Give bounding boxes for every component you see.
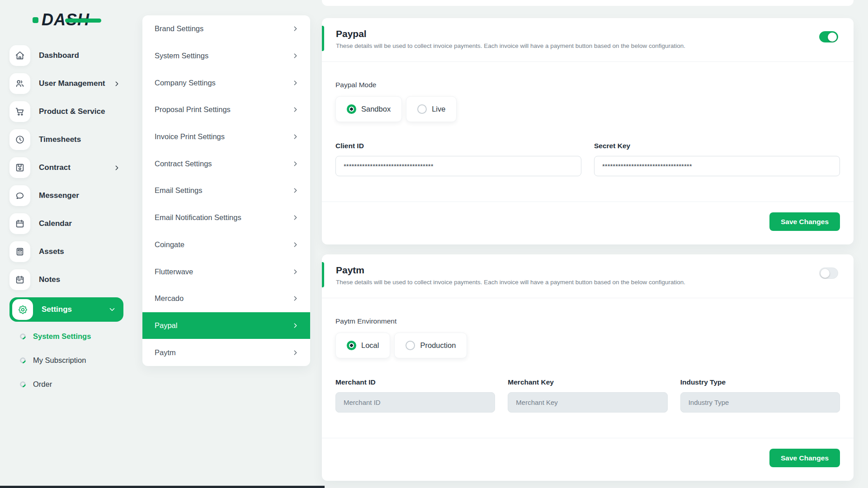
sidebar-item-dashboard[interactable]: Dashboard bbox=[9, 45, 121, 66]
settings-menu-item-company-settings[interactable]: Company Settings bbox=[142, 69, 310, 96]
sidebar-item-label: Settings bbox=[42, 305, 72, 314]
sidebar-subitem-system-settings[interactable]: System Settings bbox=[0, 324, 136, 348]
bullet-icon bbox=[19, 332, 27, 340]
paytm-card: Paytm These details will be used to coll… bbox=[322, 254, 854, 481]
settings-menu-item-brand-settings[interactable]: Brand Settings bbox=[142, 15, 310, 42]
settings-menu-item-mercado[interactable]: Mercado bbox=[142, 285, 310, 312]
paypal-mode-option-live[interactable]: Live bbox=[406, 96, 457, 122]
sidebar-item-user-management[interactable]: User Management bbox=[9, 73, 121, 94]
paypal-card-header: Paypal These details will be used to col… bbox=[322, 18, 854, 62]
sidebar-item-timesheets[interactable]: Timesheets bbox=[9, 129, 121, 150]
settings-menu-item-email-notification-settings[interactable]: Email Notification Settings bbox=[142, 204, 310, 231]
settings-menu-item-label: Proposal Print Settings bbox=[155, 105, 231, 114]
paytm-card-description: These details will be used to collect in… bbox=[336, 279, 839, 286]
paypal-card-title: Paypal bbox=[336, 28, 839, 39]
industry-type-label: Industry Type bbox=[680, 378, 840, 386]
radio-icon bbox=[417, 104, 427, 114]
calendar-icon bbox=[9, 213, 30, 234]
sidebar-item-notes[interactable]: Notes bbox=[9, 269, 121, 290]
settings-menu-item-coingate[interactable]: Coingate bbox=[142, 231, 310, 258]
sidebar-item-settings[interactable]: Settings bbox=[9, 297, 123, 322]
radio-icon bbox=[347, 341, 356, 350]
paypal-card-footer: Save Changes bbox=[322, 202, 854, 244]
settings-menu-item-proposal-print-settings[interactable]: Proposal Print Settings bbox=[142, 96, 310, 123]
sidebar-item-label: User Management bbox=[39, 79, 105, 88]
sidebar-nav: DashboardUser ManagementProduct & Servic… bbox=[9, 45, 123, 327]
sidebar-item-assets[interactable]: Assets bbox=[9, 241, 121, 262]
settings-sub-nav: System SettingsMy SubscriptionOrder bbox=[0, 324, 136, 396]
client-id-input[interactable] bbox=[335, 156, 581, 176]
settings-menu-item-flutterwave[interactable]: Flutterwave bbox=[142, 258, 310, 285]
settings-menu-item-label: Paypal bbox=[155, 321, 177, 330]
sidebar-item-label: Product & Service bbox=[39, 107, 105, 116]
settings-menu-item-label: Email Settings bbox=[155, 186, 202, 195]
clock-icon bbox=[9, 129, 30, 150]
settings-menu-item-label: Invoice Print Settings bbox=[155, 132, 225, 141]
sidebar-item-messenger[interactable]: Messenger bbox=[9, 185, 121, 206]
paytm-card-title: Paytm bbox=[336, 265, 839, 276]
settings-submenu-panel: Brand SettingsSystem SettingsCompany Set… bbox=[142, 15, 310, 366]
chevron-right-icon bbox=[292, 160, 299, 168]
merchant-id-field-group: Merchant ID bbox=[335, 378, 495, 413]
chevron-right-icon bbox=[292, 241, 299, 249]
secret-key-field-group: Secret Key bbox=[594, 142, 840, 176]
settings-menu-item-label: Brand Settings bbox=[155, 24, 203, 33]
chevron-right-icon bbox=[292, 322, 299, 329]
settings-menu-item-paypal[interactable]: Paypal bbox=[142, 312, 310, 339]
sidebar-subitem-label: Order bbox=[33, 380, 52, 389]
sidebar-item-label: Timesheets bbox=[39, 135, 81, 144]
bullet-icon bbox=[19, 380, 27, 388]
paytm-save-button[interactable]: Save Changes bbox=[769, 449, 840, 467]
merchant-key-input[interactable] bbox=[508, 392, 667, 413]
sidebar-subitem-label: My Subscription bbox=[33, 356, 86, 365]
settings-menu-item-label: System Settings bbox=[155, 52, 208, 60]
chevron-right-icon bbox=[292, 268, 299, 276]
header-accent-bar bbox=[322, 26, 324, 51]
gear-icon bbox=[12, 299, 33, 320]
sidebar-item-calendar[interactable]: Calendar bbox=[9, 213, 121, 234]
paypal-mode-option-sandbox[interactable]: Sandbox bbox=[335, 96, 402, 122]
settings-menu-item-contract-settings[interactable]: Contract Settings bbox=[142, 150, 310, 177]
chevron-right-icon bbox=[292, 187, 299, 194]
paytm-environment-label: Paytm Environment bbox=[335, 317, 840, 325]
calculator-icon bbox=[9, 241, 30, 262]
bullet-icon bbox=[19, 356, 27, 364]
secret-key-label: Secret Key bbox=[594, 142, 840, 150]
industry-type-input[interactable] bbox=[680, 392, 840, 413]
paypal-fields: Client ID Secret Key bbox=[335, 142, 840, 176]
settings-menu-item-email-settings[interactable]: Email Settings bbox=[142, 177, 310, 204]
radio-icon bbox=[347, 104, 356, 114]
settings-menu-item-paytm[interactable]: Paytm bbox=[142, 339, 310, 366]
merchant-key-label: Merchant Key bbox=[508, 378, 667, 386]
merchant-id-input[interactable] bbox=[335, 392, 495, 413]
cart-icon bbox=[9, 101, 30, 122]
settings-menu-item-invoice-print-settings[interactable]: Invoice Print Settings bbox=[142, 123, 310, 150]
chevron-right-icon bbox=[292, 295, 299, 302]
logo-dot-icon bbox=[33, 17, 38, 23]
sidebar-subitem-my-subscription[interactable]: My Subscription bbox=[0, 348, 136, 372]
sidebar-subitem-order[interactable]: Order bbox=[0, 372, 136, 396]
sidebar-subitem-label: System Settings bbox=[33, 332, 91, 341]
secret-key-input[interactable] bbox=[594, 156, 840, 176]
home-icon bbox=[9, 45, 30, 66]
paytm-fields: Merchant ID Merchant Key Industry Type bbox=[335, 378, 840, 413]
client-id-label: Client ID bbox=[335, 142, 581, 150]
paytm-environment-option-production[interactable]: Production bbox=[394, 333, 467, 358]
paytm-enabled-toggle[interactable] bbox=[819, 267, 838, 279]
paypal-mode-label: Paypal Mode bbox=[335, 81, 840, 89]
settings-menu-item-label: Contract Settings bbox=[155, 160, 212, 168]
chevron-right-icon bbox=[113, 80, 121, 88]
paypal-enabled-toggle[interactable] bbox=[819, 31, 838, 42]
sidebar-item-contract[interactable]: Contract bbox=[9, 157, 121, 178]
merchant-key-field-group: Merchant Key bbox=[508, 378, 667, 413]
paytm-environment-option-local[interactable]: Local bbox=[335, 333, 390, 358]
previous-card-edge bbox=[322, 0, 854, 6]
header-accent-bar bbox=[322, 262, 324, 287]
settings-menu-item-system-settings[interactable]: System Settings bbox=[142, 42, 310, 70]
app: DASH DashboardUser ManagementProduct & S… bbox=[0, 0, 868, 488]
sidebar-item-product-service[interactable]: Product & Service bbox=[9, 101, 121, 122]
window-bottom-edge bbox=[0, 486, 325, 488]
dash-logo[interactable]: DASH bbox=[33, 10, 90, 30]
paypal-save-button[interactable]: Save Changes bbox=[769, 212, 840, 231]
sidebar-item-label: Contract bbox=[39, 163, 71, 172]
